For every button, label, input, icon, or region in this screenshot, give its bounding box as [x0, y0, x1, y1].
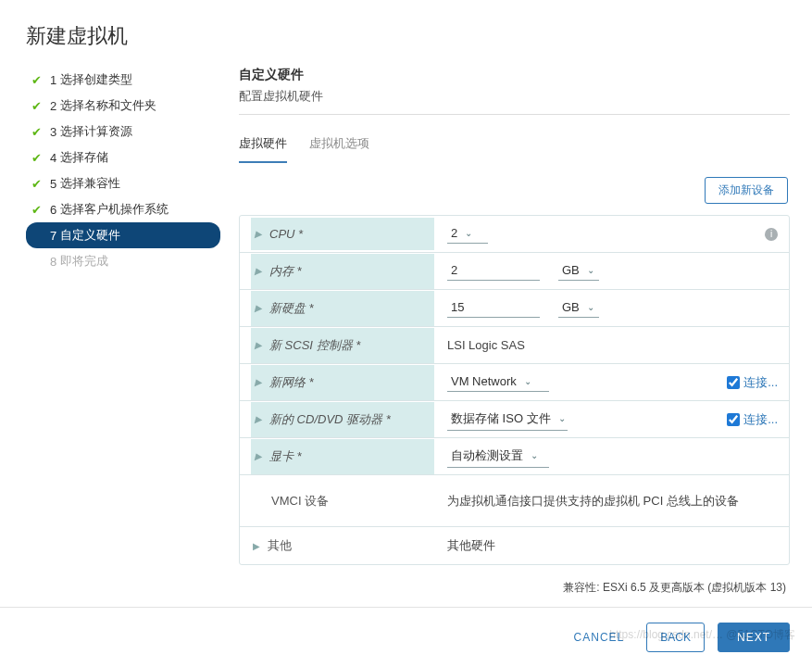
step-compat[interactable]: ✔ 5 选择兼容性 [26, 170, 220, 196]
wizard-footer: CANCEL BACK NEXT [0, 607, 812, 667]
info-icon[interactable]: i [765, 228, 778, 241]
gpu-select[interactable]: 自动检测设置 ⌄ [447, 446, 549, 468]
hw-label: 新硬盘 * [269, 300, 314, 317]
step-label: 选择计算资源 [60, 123, 132, 140]
chevron-down-icon: ⌄ [587, 302, 594, 312]
hw-label: 新 SCSI 控制器 * [269, 337, 360, 354]
step-compute[interactable]: ✔ 3 选择计算资源 [26, 119, 220, 145]
network-connect-checkbox[interactable] [727, 376, 740, 389]
network-select[interactable]: VM Network ⌄ [447, 372, 549, 392]
add-device-button[interactable]: 添加新设备 [705, 177, 788, 204]
chevron-right-icon[interactable]: ▶ [255, 229, 262, 239]
step-label: 选择创建类型 [60, 71, 132, 88]
hardware-table: ▶ CPU * 2 ⌄ i ▶ 内存 * [239, 215, 790, 565]
step-label: 选择名称和文件夹 [60, 97, 156, 114]
chevron-down-icon: ⌄ [524, 376, 531, 386]
step-label: 选择存储 [60, 149, 108, 166]
chevron-down-icon: ⌄ [465, 228, 472, 238]
row-disk: ▶ 新硬盘 * GB ⌄ [240, 290, 789, 327]
chevron-right-icon[interactable]: ▶ [253, 541, 260, 551]
row-network: ▶ 新网络 * VM Network ⌄ 连接... [240, 364, 789, 401]
row-vmci: VMCI 设备 为虚拟机通信接口提供支持的虚拟机 PCI 总线上的设备 [240, 475, 789, 527]
check-icon [30, 229, 43, 243]
step-ready: ✔ 8 即将完成 [26, 248, 220, 274]
chevron-right-icon[interactable]: ▶ [255, 303, 262, 313]
step-label: 选择兼容性 [60, 175, 120, 192]
cancel-button[interactable]: CANCEL [565, 623, 634, 652]
section-title: 自定义硬件 [239, 67, 790, 83]
hw-label: 显卡 * [269, 448, 302, 465]
chevron-right-icon[interactable]: ▶ [255, 266, 262, 276]
connect-label: 连接... [743, 374, 778, 391]
scsi-value: LSI Logic SAS [447, 338, 525, 352]
chevron-right-icon[interactable]: ▶ [255, 340, 262, 350]
wizard-content: 自定义硬件 配置虚拟机硬件 虚拟硬件 虚拟机选项 添加新设备 ▶ CPU * [230, 67, 793, 607]
hw-label: VMCI 设备 [271, 493, 329, 510]
connect-label: 连接... [743, 411, 778, 428]
row-other: ▶ 其他 其他硬件 [240, 527, 789, 564]
tab-virtual-hardware[interactable]: 虚拟硬件 [239, 130, 287, 163]
modal-title: 新建虚拟机 [0, 0, 812, 67]
disk-input[interactable] [447, 298, 540, 318]
tab-vm-options[interactable]: 虚拟机选项 [309, 130, 369, 163]
step-name-folder[interactable]: ✔ 2 选择名称和文件夹 [26, 93, 220, 119]
cd-select[interactable]: 数据存储 ISO 文件 ⌄ [447, 409, 568, 431]
section-subtitle: 配置虚拟机硬件 [239, 88, 790, 105]
step-guest-os[interactable]: ✔ 6 选择客户机操作系统 [26, 196, 220, 222]
chevron-down-icon: ⌄ [558, 413, 566, 423]
hw-label: 其他 [268, 537, 292, 554]
back-button[interactable]: BACK [646, 623, 705, 652]
row-memory: ▶ 内存 * GB ⌄ [240, 253, 789, 290]
check-icon: ✔ [30, 73, 43, 87]
chevron-down-icon: ⌄ [587, 265, 594, 275]
row-gpu: ▶ 显卡 * 自动检测设置 ⌄ [240, 438, 789, 475]
check-icon: ✔ [30, 125, 43, 139]
chevron-right-icon[interactable]: ▶ [255, 451, 262, 461]
chevron-right-icon[interactable]: ▶ [255, 414, 262, 424]
hw-label: 新网络 * [269, 374, 314, 391]
check-icon: ✔ [30, 99, 43, 113]
other-value: 其他硬件 [447, 537, 495, 554]
row-cpu: ▶ CPU * 2 ⌄ i [240, 216, 789, 253]
step-storage[interactable]: ✔ 4 选择存储 [26, 145, 220, 170]
cpu-select[interactable]: 2 ⌄ [447, 224, 488, 244]
step-customize-hw[interactable]: 7 自定义硬件 [26, 222, 220, 248]
modal-body: ✔ 1 选择创建类型 ✔ 2 选择名称和文件夹 ✔ 3 选择计算资源 ✔ 4 选… [0, 67, 812, 607]
cd-connect-checkbox[interactable] [727, 413, 740, 426]
step-label: 选择客户机操作系统 [60, 201, 169, 218]
memory-input[interactable] [447, 261, 540, 281]
chevron-down-icon: ⌄ [531, 450, 538, 460]
step-label: 即将完成 [60, 253, 108, 270]
hw-label: 新的 CD/DVD 驱动器 * [269, 411, 391, 428]
hw-label: CPU * [269, 227, 303, 241]
step-create-type[interactable]: ✔ 1 选择创建类型 [26, 67, 220, 93]
hw-tabs: 虚拟硬件 虚拟机选项 [239, 130, 790, 164]
row-scsi: ▶ 新 SCSI 控制器 * LSI Logic SAS [240, 327, 789, 364]
divider [239, 114, 790, 115]
check-icon: ✔ [30, 203, 43, 217]
hw-label: 内存 * [269, 263, 302, 280]
step-label: 自定义硬件 [60, 227, 120, 244]
vmci-value: 为虚拟机通信接口提供支持的虚拟机 PCI 总线上的设备 [447, 493, 739, 510]
next-button[interactable]: NEXT [718, 623, 790, 652]
check-icon: ✔ [30, 151, 43, 165]
check-icon: ✔ [30, 177, 43, 191]
row-cd: ▶ 新的 CD/DVD 驱动器 * 数据存储 ISO 文件 ⌄ 连接... [240, 401, 789, 438]
memory-unit-select[interactable]: GB ⌄ [558, 261, 599, 281]
wizard-steps: ✔ 1 选择创建类型 ✔ 2 选择名称和文件夹 ✔ 3 选择计算资源 ✔ 4 选… [26, 67, 230, 607]
new-vm-wizard-modal: 新建虚拟机 ✔ 1 选择创建类型 ✔ 2 选择名称和文件夹 ✔ 3 选择计算资源… [0, 0, 812, 667]
disk-unit-select[interactable]: GB ⌄ [558, 298, 599, 318]
compat-text: 兼容性: ESXi 6.5 及更高版本 (虚拟机版本 13) [239, 580, 786, 596]
chevron-right-icon[interactable]: ▶ [255, 377, 262, 387]
